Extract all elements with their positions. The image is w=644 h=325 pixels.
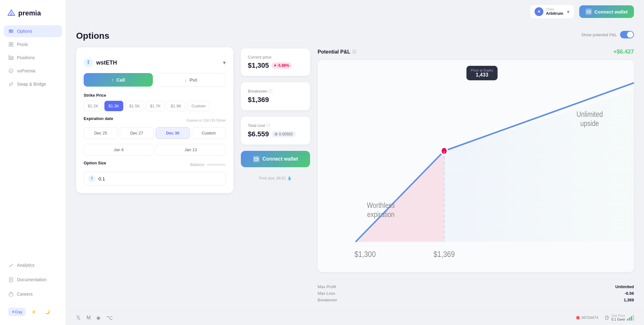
info-icon-cost: ⓘ <box>266 123 270 128</box>
sidebar-item-swap-bridge[interactable]: Swap & Bridge <box>4 78 62 90</box>
total-cost-label: Total cost ⓘ <box>248 123 303 128</box>
arrow-up-icon: ↑ <box>111 77 114 83</box>
night-mode-btn[interactable]: 🌙 <box>42 308 53 316</box>
balance-bar: Balance: <box>190 162 226 167</box>
expiry-jan6[interactable]: Jan 6 <box>84 144 154 156</box>
medium-icon[interactable]: M <box>86 315 91 321</box>
bolt-icon: ⚡ <box>31 310 36 314</box>
footer-right: 46704474 Gas Price 0.1 Gwei <box>576 314 634 321</box>
total-cost-card: Total cost ⓘ $6.559 0.00503 <box>241 117 310 145</box>
arrow-down-icon: ↓ <box>185 77 187 83</box>
strike-btn-1.3k[interactable]: $1.3K <box>104 101 123 111</box>
sidebar-item-documentation[interactable]: Documentation <box>4 274 62 286</box>
sidebar-item-label: Documentation <box>17 277 47 282</box>
github-icon[interactable]: ⌥ <box>106 314 113 321</box>
sidebar: premia Options Pools Positions vxPremia … <box>0 0 66 325</box>
chevron-down-icon: ▾ <box>567 9 569 15</box>
size-input[interactable]: 0.1 <box>84 172 226 185</box>
asset-selector[interactable]: wstETH ▾ <box>84 55 226 73</box>
options-icon <box>8 28 14 34</box>
gas-badge: Gas Price 0.1 Gwei <box>604 314 634 321</box>
wallet-icon-main <box>253 156 259 162</box>
sidebar-item-positions[interactable]: Positions <box>4 52 62 64</box>
heart-icon: ♥ <box>274 63 276 68</box>
pool-size: Pool size: 89.81 💧 <box>241 176 310 180</box>
pnl-value: +$6.427 <box>613 48 634 55</box>
show-pnl-control: Show potential P&L <box>581 31 634 38</box>
strike-btn-1.9k[interactable]: $1.9K <box>167 101 186 111</box>
strike-btn-custom[interactable]: Custom <box>187 101 210 111</box>
breakeven-stat-value: 1,369 <box>624 298 634 302</box>
day-mode-btn[interactable]: ☀ Day <box>8 308 25 316</box>
gas-label: Gas Price <box>611 314 625 317</box>
put-button[interactable]: ↓ Put <box>156 73 226 87</box>
block-badge: 46704474 <box>576 316 598 320</box>
svg-text:upside: upside <box>580 119 599 128</box>
gas-icon <box>604 315 609 320</box>
social-links: 𝕏 M ◈ ⌥ <box>76 314 113 321</box>
chain-selector[interactable]: Chain Arbitrum ▾ <box>530 4 574 19</box>
app-name: premia <box>18 9 41 17</box>
sidebar-item-pools[interactable]: Pools <box>4 38 62 50</box>
asset-info: wstETH <box>84 58 117 67</box>
svg-rect-8 <box>9 45 11 46</box>
strike-label: Custom <box>192 104 206 108</box>
day-label: Day <box>15 310 22 314</box>
option-size-label: Option Size <box>84 161 106 165</box>
tooltip-label: Price at Expiry <box>471 68 493 72</box>
docs-icon <box>8 277 14 282</box>
svg-rect-6 <box>9 43 11 44</box>
sidebar-item-analytics[interactable]: Analytics <box>4 259 62 271</box>
svg-rect-4 <box>9 32 13 33</box>
middle-panel: Current price $1,305 ♥ -5.88% Breakeven … <box>241 31 310 302</box>
svg-point-19 <box>87 60 89 62</box>
breakeven-value: $1,369 <box>248 96 303 104</box>
connect-wallet-button[interactable]: Connect wallet <box>579 5 634 18</box>
svg-rect-10 <box>9 56 10 60</box>
strike-label: $1.9K <box>171 104 181 108</box>
toggle-knob <box>627 31 633 38</box>
expiry-jan13[interactable]: Jan 13 <box>156 144 226 156</box>
sidebar-item-options[interactable]: Options <box>4 25 62 37</box>
strike-label: $1.5K <box>129 104 140 108</box>
gas-value: 0.1 Gwei <box>611 317 625 321</box>
bolt-mode-btn[interactable]: ⚡ <box>28 308 39 316</box>
discord-icon[interactable]: ◈ <box>96 314 101 321</box>
strike-btn-1.2k[interactable]: $1.2K <box>84 101 103 111</box>
gas-bar-2 <box>629 317 630 321</box>
svg-rect-11 <box>10 57 12 60</box>
svg-point-20 <box>91 177 93 178</box>
sidebar-item-label: Swap & Bridge <box>17 82 46 87</box>
strike-btn-1.7k[interactable]: $1.7K <box>146 101 165 111</box>
twitter-icon[interactable]: 𝕏 <box>76 314 81 321</box>
connect-wallet-label: Connect wallet <box>594 9 628 14</box>
eth-dot <box>275 133 278 136</box>
eth-badge: 0.00503 <box>271 131 296 137</box>
sidebar-item-label: Pools <box>17 42 28 47</box>
connect-wallet-main-button[interactable]: Connect wallet <box>241 151 310 167</box>
gas-bar-3 <box>631 316 632 321</box>
size-value: 0.1 <box>98 176 105 181</box>
max-profit-label: Max Profit <box>318 284 336 289</box>
sidebar-item-label: Analytics <box>17 263 35 268</box>
sidebar-item-vxpremia[interactable]: vxPremia <box>4 65 62 77</box>
strike-btn-1.5k[interactable]: $1.5K <box>125 101 144 111</box>
expiry-dec27[interactable]: Dec 27 <box>120 127 154 139</box>
block-number: 46704474 <box>581 316 598 320</box>
expiry-dec25[interactable]: Dec 25 <box>84 127 118 139</box>
gas-info: Gas Price 0.1 Gwei <box>611 314 625 321</box>
sidebar-item-careers[interactable]: Careers <box>4 288 62 300</box>
call-button[interactable]: ↑ Call <box>84 73 153 87</box>
options-card: wstETH ▾ ↑ Call ↓ Put Strike Pri <box>76 47 233 193</box>
svg-text:expiration: expiration <box>367 210 395 219</box>
pools-icon <box>8 42 14 47</box>
expiry-dec30[interactable]: Dec 30 <box>156 127 190 139</box>
current-price-value: $1,305 ♥ -5.88% <box>248 61 303 70</box>
vxpremia-icon <box>8 68 14 74</box>
expiry-custom[interactable]: Custom <box>192 127 226 139</box>
breakeven-label: Breakeven ⓘ <box>248 88 303 94</box>
svg-rect-12 <box>12 56 14 60</box>
show-pnl-toggle[interactable] <box>620 31 634 38</box>
pnl-chart: Price at Expiry 1,433 <box>318 60 634 272</box>
max-profit-value: Unlimited <box>615 284 634 289</box>
